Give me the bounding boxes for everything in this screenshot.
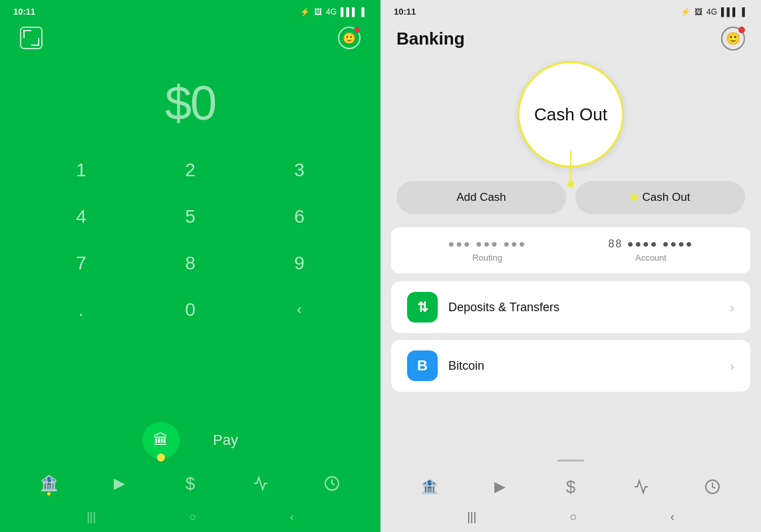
account-col: 88 ●●●● ●●●● Account <box>608 238 693 263</box>
deposits-transfers-label: Deposits & Transfers <box>448 301 719 315</box>
gesture-back-left: ‹ <box>290 510 294 524</box>
key-6[interactable]: 6 <box>273 197 326 237</box>
image-icon-right: 🖼 <box>694 7 702 17</box>
flash-icon-right: ⚡ <box>681 7 690 17</box>
battery-right: ▌ <box>742 7 748 17</box>
scan-icon[interactable] <box>20 27 43 49</box>
nav-media-icon-right: ▶ <box>494 478 506 495</box>
gesture-menu-right: ||| <box>467 510 476 524</box>
left-panel: 10:11 ⚡ 🖼 4G ▌▌▌ ▌ 🙂 $0 1 2 3 4 5 6 7 <box>0 0 380 532</box>
key-9[interactable]: 9 <box>273 243 326 283</box>
signal-left: 4G <box>326 7 337 17</box>
numpad: 1 2 3 4 5 6 7 8 9 . 0 ‹ <box>0 150 380 422</box>
bottom-nav-right: 🏦 ▶ $ <box>380 466 761 505</box>
key-1[interactable]: 1 <box>55 150 108 190</box>
right-panel: 10:11 ⚡ 🖼 4G ▌▌▌ ▌ Banking 🙂 Cash Out Ad… <box>380 0 761 532</box>
nav-activity-right[interactable] <box>627 472 656 501</box>
nav-media-right[interactable]: ▶ <box>486 472 515 501</box>
key-2[interactable]: 2 <box>164 150 217 190</box>
pay-row: 🏛 Pay <box>122 422 258 459</box>
gesture-bar-left: ||| ○ ‹ <box>0 505 380 532</box>
notification-dot-right <box>738 27 745 33</box>
nav-cash-right[interactable]: $ <box>556 472 585 501</box>
nav-banking-right[interactable]: 🏦 <box>414 472 444 501</box>
time-left: 10:11 <box>13 7 35 17</box>
avatar-face-left: 🙂 <box>343 32 356 45</box>
nav-cash-icon-right: $ <box>566 477 575 497</box>
key-5[interactable]: 5 <box>164 197 217 237</box>
cash-out-label: Cash Out <box>643 191 690 204</box>
nav-cash-left[interactable]: $ <box>176 469 205 498</box>
bitcoin-icon-letter: B <box>417 357 428 374</box>
activity-icon-left <box>253 475 269 491</box>
numpad-row-1: 1 2 3 <box>27 150 354 190</box>
battery-left: ▌ <box>361 7 367 17</box>
numpad-row-2: 4 5 6 <box>27 197 354 237</box>
nav-history-right[interactable] <box>698 472 727 501</box>
routing-label: Routing <box>472 253 502 263</box>
nav-banking-left[interactable]: 🏦 <box>34 469 63 498</box>
account-number: 88 ●●●● ●●●● <box>608 238 693 250</box>
key-7[interactable]: 7 <box>55 243 108 283</box>
routing-col: ●●● ●●● ●●● Routing <box>448 238 527 263</box>
routing-account-row: ●●● ●●● ●●● Routing 88 ●●●● ●●●● Account <box>391 227 750 273</box>
key-4[interactable]: 4 <box>55 197 108 237</box>
key-8[interactable]: 8 <box>164 243 217 283</box>
cash-out-button[interactable]: Cash Out <box>575 181 745 214</box>
gesture-menu-left: ||| <box>86 510 96 524</box>
signal-bars-right: ▌▌▌ <box>721 7 738 17</box>
status-bar-left: 10:11 ⚡ 🖼 4G ▌▌▌ ▌ <box>0 0 380 20</box>
nav-activity-left[interactable] <box>246 469 275 498</box>
cashout-yellow-dot <box>631 194 637 201</box>
history-icon-right <box>704 479 720 495</box>
nav-cash-icon-left: $ <box>186 473 195 494</box>
avatar-face-right: 🙂 <box>726 31 740 46</box>
nav-divider-right <box>557 460 584 462</box>
gesture-home-right: ○ <box>570 510 577 524</box>
signal-right: 4G <box>706 7 717 17</box>
add-cash-button[interactable]: Add Cash <box>396 181 566 214</box>
gesture-home-left: ○ <box>190 510 197 524</box>
nav-active-dot-left <box>47 492 51 495</box>
routing-number: ●●● ●●● ●●● <box>448 238 527 250</box>
circle-connector-line <box>570 151 571 184</box>
menu-item-deposits-transfers[interactable]: ⇅ Deposits & Transfers › <box>391 281 750 333</box>
banking-title: Banking <box>396 29 465 49</box>
gesture-bar-right: ||| ○ ‹ <box>380 505 761 532</box>
nav-banking-icon-right: 🏦 <box>420 478 438 495</box>
pay-label[interactable]: Pay <box>213 432 238 449</box>
nav-history-left[interactable] <box>317 469 347 498</box>
notification-dot-left <box>354 27 361 33</box>
cashout-highlight-area: Cash Out <box>380 61 761 181</box>
key-3[interactable]: 3 <box>273 150 326 190</box>
status-icons-right: ⚡ 🖼 4G ▌▌▌ ▌ <box>681 7 748 17</box>
cashout-circle[interactable]: Cash Out <box>518 61 624 168</box>
key-decimal[interactable]: . <box>55 290 108 330</box>
avatar-right[interactable]: 🙂 <box>721 27 745 51</box>
deposits-transfers-chevron: › <box>730 300 734 315</box>
amount-display: $0 <box>165 76 216 130</box>
key-0[interactable]: 0 <box>164 290 217 330</box>
bottom-nav-left: 🏦 ▶ $ <box>0 469 380 505</box>
status-icons-left: ⚡ 🖼 4G ▌▌▌ ▌ <box>300 7 367 17</box>
flash-icon-left: ⚡ <box>300 7 310 17</box>
activity-icon-right <box>633 479 649 495</box>
bitcoin-label: Bitcoin <box>448 359 719 373</box>
key-backspace[interactable]: ‹ <box>273 290 326 330</box>
bottom-section-right: 🏦 ▶ $ ||| ○ ‹ <box>380 460 761 532</box>
account-label: Account <box>635 253 667 263</box>
circle-connector-dot <box>567 181 574 188</box>
image-icon-left: 🖼 <box>314 7 322 17</box>
banking-header: Banking 🙂 <box>380 20 761 61</box>
bank-icon: 🏛 <box>154 432 168 449</box>
menu-item-bitcoin[interactable]: B Bitcoin › <box>391 340 750 392</box>
cashout-circle-label: Cash Out <box>534 104 607 125</box>
avatar-icon-left[interactable]: 🙂 <box>338 27 361 49</box>
status-bar-right: 10:11 ⚡ 🖼 4G ▌▌▌ ▌ <box>380 0 761 20</box>
nav-banking-icon-left: 🏦 <box>40 475 58 492</box>
bitcoin-icon-container: B <box>407 350 438 381</box>
gesture-back-right: ‹ <box>671 510 675 524</box>
banking-button-wrapper: 🏛 <box>142 422 180 459</box>
nav-media-left[interactable]: ▶ <box>105 469 134 498</box>
deposits-transfers-icon: ⇅ <box>407 292 438 323</box>
